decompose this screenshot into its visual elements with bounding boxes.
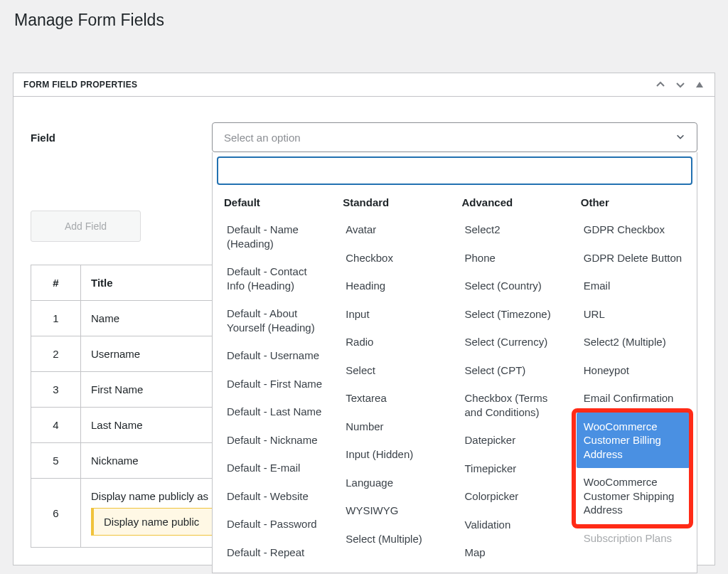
dropdown-item[interactable]: WYSIWYG [338,496,451,525]
dropdown-item[interactable]: URL [577,300,690,329]
triangle-up-icon[interactable] [695,80,705,90]
dropdown-item[interactable]: Default - Contact Info (Heading) [220,257,333,299]
dropdown-item[interactable]: Textarea [338,384,451,413]
panel-controls [655,79,705,90]
dropdown-group-advanced: AdvancedSelect2PhoneSelect (Country)Sele… [455,192,574,567]
dropdown-item[interactable]: Input (Hidden) [338,440,451,469]
field-dropdown: DefaultDefault - Name (Heading)Default -… [212,152,697,573]
dropdown-item[interactable]: Validation [458,511,571,539]
dropdown-item[interactable]: GDPR Delete Button [577,244,690,272]
dropdown-item[interactable]: Select2 [458,216,571,244]
chevron-down-icon [675,132,685,144]
dropdown-item[interactable]: Select (Timezone) [458,300,571,329]
cell-num: 4 [31,408,81,443]
dropdown-group-standard: StandardAvatarCheckboxHeadingInputRadioS… [336,192,454,567]
cell-num: 6 [31,479,81,548]
dropdown-item[interactable]: Select (Multiple) [338,525,451,553]
dropdown-item[interactable]: Timepicker [458,455,571,483]
panel-header-title: FORM FIELD PROPERTIES [23,80,137,90]
dropdown-item[interactable]: Heading [338,272,451,300]
dropdown-item[interactable]: Datepicker [458,426,571,455]
dropdown-item[interactable]: Default - Last Name [220,398,333,426]
dropdown-item[interactable]: Map [458,538,571,567]
cell-num: 5 [31,443,81,479]
dropdown-search [217,156,692,185]
dropdown-group-header: Standard [338,192,451,216]
form-field-properties-panel: FORM FIELD PROPERTIES Field Select an op… [13,73,715,565]
dropdown-item[interactable]: Default - E-mail [220,454,333,482]
dropdown-group-header: Other [577,192,690,216]
field-row: Field Select an option DefaultDefault - … [31,122,697,152]
th-num: # [31,265,81,301]
dropdown-item[interactable]: Default - Password [220,510,333,538]
dropdown-item[interactable]: Checkbox (Terms and Conditions) [458,384,571,426]
panel-header: FORM FIELD PROPERTIES [14,73,714,97]
dropdown-item[interactable]: Default - Website [220,482,333,511]
dropdown-item[interactable]: Radio [338,328,451,356]
dropdown-group-header: Default [220,192,333,216]
dropdown-item[interactable]: Default - Repeat [220,538,333,567]
dropdown-item[interactable]: Honeypot [577,356,690,385]
field-select: Select an option DefaultDefault - Name (… [212,122,697,152]
dropdown-item[interactable]: Default - Nickname [220,426,333,455]
select-input[interactable]: Select an option [212,122,697,152]
dropdown-item[interactable]: Default - About Yourself (Heading) [220,299,333,341]
field-label: Field [31,132,212,144]
dropdown-item[interactable]: Avatar [338,216,451,244]
dropdown-item[interactable]: Email [577,272,690,300]
dropdown-group-other: OtherGDPR CheckboxGDPR Delete ButtonEmai… [574,192,692,567]
dropdown-item[interactable]: WooCommerce Customer Billing Address [577,413,690,469]
dropdown-item[interactable]: GDPR Checkbox [577,216,690,244]
dropdown-item[interactable]: WooCommerce Customer Shipping Address [577,468,690,524]
dropdown-item[interactable]: Phone [458,244,571,272]
chevron-down-icon[interactable] [675,79,686,90]
dropdown-search-input[interactable] [224,161,685,181]
dropdown-item[interactable]: Select2 (Multiple) [577,328,690,356]
select-placeholder: Select an option [224,132,301,144]
dropdown-item[interactable]: Checkbox [338,244,451,272]
cell-num: 3 [31,372,81,408]
cell-num: 2 [31,336,81,372]
panel-body: Field Select an option DefaultDefault - … [14,97,714,565]
dropdown-item[interactable]: Number [338,413,451,441]
dropdown-columns: DefaultDefault - Name (Heading)Default -… [213,192,697,567]
dropdown-item[interactable]: Colorpicker [458,482,571,511]
dropdown-item[interactable]: Default - Name (Heading) [220,216,333,257]
chevron-up-icon[interactable] [655,79,666,90]
dropdown-item[interactable]: Default - Username [220,341,333,370]
dropdown-item[interactable]: Language [338,469,451,497]
dropdown-item[interactable]: Subscription Plans [577,524,690,553]
dropdown-group-default: DefaultDefault - Name (Heading)Default -… [217,192,336,567]
svg-marker-0 [696,82,703,87]
add-field-button[interactable]: Add Field [31,211,141,242]
cell-num: 1 [31,301,81,336]
dropdown-item[interactable]: Select (Country) [458,272,571,300]
page-title: Manage Form Fields [0,0,728,41]
dropdown-item[interactable]: Select [338,356,451,385]
dropdown-item[interactable]: Default - First Name [220,370,333,398]
dropdown-item[interactable]: Select (CPT) [458,356,571,385]
dropdown-item[interactable]: Email Confirmation [577,384,690,413]
dropdown-item[interactable]: Input [338,300,451,329]
dropdown-group-header: Advanced [458,192,571,216]
dropdown-item[interactable]: Select (Currency) [458,328,571,356]
